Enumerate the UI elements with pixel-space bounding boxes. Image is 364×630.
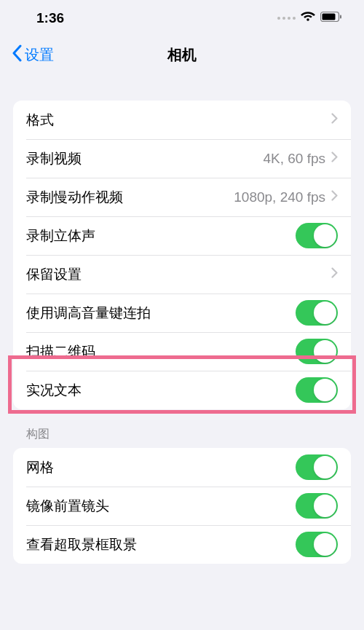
row-label: 查看超取景框取景: [26, 535, 296, 554]
toggle-scan-qr[interactable]: [296, 339, 338, 364]
status-time: 1:36: [36, 10, 64, 26]
toggle-mirror-front[interactable]: [296, 493, 338, 519]
row-label: 网格: [26, 458, 296, 477]
toggle-grid[interactable]: [296, 454, 338, 480]
settings-group-1: 格式 录制视频 4K, 60 fps 录制慢动作视频 1080p, 240 fp…: [13, 101, 351, 409]
row-volume-burst: 使用调高音量键连拍: [13, 294, 351, 332]
row-grid: 网格: [13, 448, 351, 487]
back-button[interactable]: 设置: [12, 44, 54, 66]
row-label: 扫描二维码: [26, 342, 296, 361]
toggle-volume-burst[interactable]: [296, 300, 338, 326]
settings-group-2: 网格 镜像前置镜头 查看超取景框取景: [13, 448, 351, 564]
row-value: 4K, 60 fps: [263, 151, 325, 167]
toggle-stereo-sound[interactable]: [296, 223, 338, 248]
battery-icon: [320, 12, 342, 25]
nav-bar: 设置 相机: [0, 36, 364, 73]
row-value: 1080p, 240 fps: [234, 189, 325, 205]
chevron-left-icon: [12, 44, 22, 66]
row-label: 使用调高音量键连拍: [26, 304, 296, 323]
page-title: 相机: [167, 45, 197, 65]
content: 格式 录制视频 4K, 60 fps 录制慢动作视频 1080p, 240 fp…: [0, 73, 364, 564]
status-bar: 1:36: [0, 0, 364, 36]
row-view-outside-frame: 查看超取景框取景: [13, 525, 351, 564]
row-record-slomo[interactable]: 录制慢动作视频 1080p, 240 fps: [13, 178, 351, 216]
chevron-right-icon: [331, 190, 338, 204]
row-label: 录制慢动作视频: [26, 188, 234, 207]
signal-dots-icon: [277, 17, 296, 20]
chevron-right-icon: [331, 113, 338, 127]
row-scan-qr: 扫描二维码: [13, 332, 351, 371]
row-mirror-front: 镜像前置镜头: [13, 487, 351, 525]
wifi-icon: [301, 12, 315, 25]
status-icons: [277, 12, 342, 25]
section-header-composition: 构图: [0, 409, 364, 448]
row-label: 格式: [26, 111, 331, 130]
toggle-view-outside-frame[interactable]: [296, 532, 338, 557]
chevron-right-icon: [331, 267, 338, 281]
toggle-live-text[interactable]: [296, 377, 338, 403]
row-record-video[interactable]: 录制视频 4K, 60 fps: [13, 139, 351, 178]
row-preserve-settings[interactable]: 保留设置: [13, 255, 351, 294]
row-label: 录制立体声: [26, 227, 296, 245]
svg-rect-1: [323, 14, 336, 20]
row-label: 保留设置: [26, 265, 331, 284]
row-live-text: 实况文本: [13, 371, 351, 409]
row-label: 实况文本: [26, 381, 296, 400]
row-stereo-sound: 录制立体声: [13, 216, 351, 255]
row-label: 镜像前置镜头: [26, 497, 296, 516]
svg-rect-2: [340, 15, 341, 19]
row-label: 录制视频: [26, 149, 263, 168]
chevron-right-icon: [331, 151, 338, 165]
row-formats[interactable]: 格式: [13, 101, 351, 139]
back-label: 设置: [25, 45, 54, 65]
